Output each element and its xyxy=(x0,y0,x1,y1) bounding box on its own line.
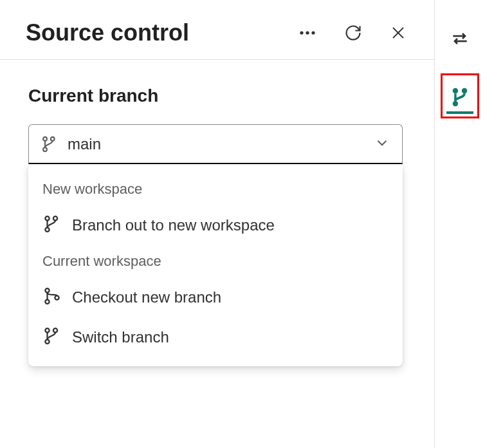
more-button[interactable] xyxy=(297,28,318,38)
branch-dropdown-menu: New workspace Branch out to new workspac… xyxy=(28,164,403,366)
svg-point-11 xyxy=(53,216,57,220)
branch-icon xyxy=(42,214,62,236)
svg-point-10 xyxy=(45,228,49,232)
more-icon xyxy=(299,30,316,35)
branch-icon xyxy=(41,135,59,153)
source-control-panel: Source control xyxy=(0,0,435,448)
refresh-button[interactable] xyxy=(342,21,365,44)
svg-point-5 xyxy=(43,136,47,140)
svg-point-15 xyxy=(55,295,59,299)
branch-dropdown-value: main xyxy=(68,135,374,153)
refresh-icon xyxy=(344,24,362,42)
menu-group-new-workspace: New workspace xyxy=(28,173,403,205)
swap-icon xyxy=(450,28,470,49)
svg-point-17 xyxy=(45,328,49,332)
branch-new-icon xyxy=(42,286,62,308)
panel-title: Source control xyxy=(26,19,189,46)
svg-point-2 xyxy=(311,31,315,34)
svg-point-13 xyxy=(45,288,49,292)
menu-group-current-workspace: Current workspace xyxy=(28,245,403,277)
svg-point-22 xyxy=(462,88,468,94)
menu-item-label: Branch out to new workspace xyxy=(72,216,275,234)
close-icon xyxy=(390,25,406,41)
svg-point-23 xyxy=(453,101,459,107)
current-branch-label: Current branch xyxy=(28,86,406,106)
menu-item-label: Checkout new branch xyxy=(72,288,221,306)
active-indicator xyxy=(446,111,473,114)
rail-source-control-button-highlighted xyxy=(441,73,479,118)
menu-item-label: Switch branch xyxy=(72,328,169,346)
menu-item-checkout-new[interactable]: Checkout new branch xyxy=(28,277,403,317)
svg-point-9 xyxy=(45,216,49,220)
svg-point-0 xyxy=(300,31,303,34)
right-rail xyxy=(435,0,485,448)
panel-header: Source control xyxy=(0,0,434,60)
menu-item-branch-out[interactable]: Branch out to new workspace xyxy=(28,205,403,245)
svg-point-19 xyxy=(53,328,57,332)
panel-content: Current branch main xyxy=(0,60,434,190)
svg-point-1 xyxy=(306,31,309,34)
rail-swap-button[interactable] xyxy=(446,24,474,53)
branch-dropdown-trigger[interactable]: main xyxy=(28,124,403,164)
svg-point-6 xyxy=(43,147,47,151)
close-button[interactable] xyxy=(388,23,408,43)
svg-point-14 xyxy=(45,300,49,304)
svg-point-18 xyxy=(45,340,49,344)
branch-icon xyxy=(42,326,62,348)
svg-point-21 xyxy=(453,88,459,94)
branch-dropdown: main New workspace xyxy=(28,124,406,164)
rail-source-control-button[interactable] xyxy=(449,86,471,108)
svg-point-7 xyxy=(51,136,55,140)
header-controls xyxy=(297,21,408,44)
source-control-icon xyxy=(449,86,471,108)
chevron-down-icon xyxy=(374,135,390,154)
menu-item-switch-branch[interactable]: Switch branch xyxy=(28,317,403,357)
